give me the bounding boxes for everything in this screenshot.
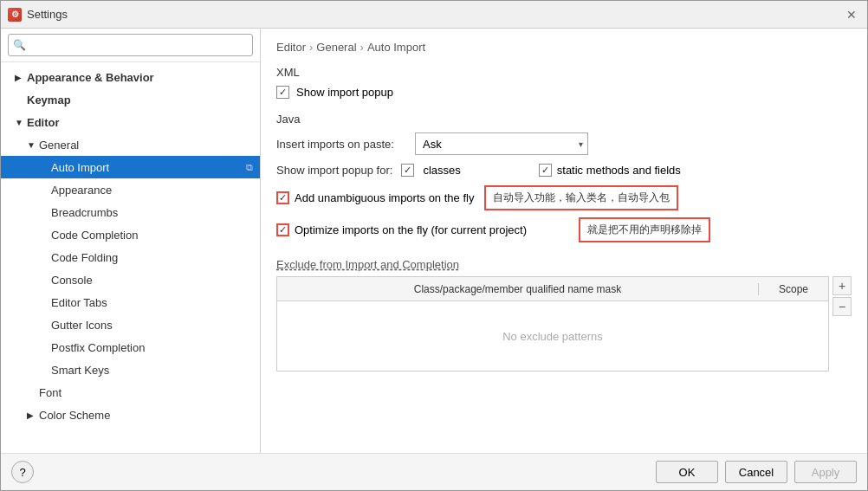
settings-window: ⚙ Settings ✕ 🔍 ▶ Appearance & Behavior [0,0,868,491]
annotation-box-2: 就是把不用的声明移除掉 [579,217,710,242]
sidebar-item-label: Smart Keys [51,364,253,377]
sidebar-item-label: Postfix Completion [51,341,253,354]
sidebar-item-font[interactable]: Font [1,381,260,404]
exclude-table: Class/package/member qualified name mask… [276,276,829,371]
sidebar-item-label: Color Scheme [39,409,253,422]
sidebar-item-code-folding[interactable]: Code Folding [1,246,260,268]
expand-arrow: ▼ [27,140,39,150]
sidebar-item-breadcrumbs[interactable]: Breadcrumbs [1,201,260,223]
insert-imports-wrapper: Ask Always Never ▾ [415,132,588,155]
xml-show-import-checkbox[interactable] [276,86,289,99]
sidebar-item-label: Keymap [27,94,253,107]
optimize-imports-label: Optimize imports on the fly (for current… [295,223,527,236]
exclude-section-label[interactable]: Exclude from Import and Completion [276,258,852,271]
sidebar-item-label: Appearance [51,184,253,197]
remove-pattern-button[interactable]: − [832,297,852,316]
sidebar-item-label: Console [51,274,253,287]
expand-arrow: ▶ [15,73,27,82]
xml-show-import-label: Show import popup [296,86,393,99]
sidebar-item-postfix-completion[interactable]: Postfix Completion [1,336,260,359]
static-methods-checkbox[interactable] [539,164,552,177]
sidebar-item-appearance-behavior[interactable]: ▶ Appearance & Behavior [1,66,260,88]
optimize-imports-row: Optimize imports on the fly (for current… [276,217,852,242]
sidebar-item-label: Gutter Icons [51,319,253,332]
breadcrumb-general: General [316,41,356,54]
sidebar-item-auto-import[interactable]: Auto Import ⧉ [1,156,260,178]
expand-arrow: ▶ [27,410,39,420]
static-methods-label: static methods and fields [557,164,681,177]
exclude-section: Exclude from Import and Completion Class… [276,258,852,371]
content-area: 🔍 ▶ Appearance & Behavior Keymap ▼ [1,29,867,453]
apply-button[interactable]: Apply [794,461,857,483]
sidebar-item-general[interactable]: ▼ General [1,133,260,156]
insert-imports-row: Insert imports on paste: Ask Always Neve… [276,132,852,155]
add-unambiguous-checkbox[interactable] [276,191,289,204]
sidebar-item-console[interactable]: Console [1,268,260,291]
add-unambiguous-label: Add unambiguous imports on the fly [295,191,474,204]
help-button[interactable]: ? [11,461,34,483]
table-col2-header: Scope [759,283,828,295]
xml-section-label: XML [276,66,852,79]
window-title: Settings [27,8,843,21]
sidebar-item-keymap[interactable]: Keymap [1,88,260,111]
main-panel: Editor › General › Auto Import XML Show … [261,29,867,453]
sidebar-item-label: General [39,139,253,152]
sidebar-item-label: Font [39,386,253,399]
breadcrumb: Editor › General › Auto Import [276,41,852,54]
sidebar-item-color-scheme[interactable]: ▶ Color Scheme [1,404,260,426]
table-body: No exclude patterns [277,301,828,371]
sidebar-item-label: Code Completion [51,229,253,242]
sidebar-tree: ▶ Appearance & Behavior Keymap ▼ Editor … [1,62,260,453]
breadcrumb-auto-import: Auto Import [367,41,425,54]
sidebar: 🔍 ▶ Appearance & Behavior Keymap ▼ [1,29,261,453]
optimize-imports-checkbox[interactable] [276,223,289,236]
ok-button[interactable]: OK [656,461,718,483]
title-bar: ⚙ Settings ✕ [1,1,867,29]
insert-imports-label: Insert imports on paste: [276,138,406,151]
table-col1-header: Class/package/member qualified name mask [277,283,759,295]
show-import-popup-row: Show import popup for: classes static me… [276,164,852,177]
sidebar-item-gutter-icons[interactable]: Gutter Icons [1,313,260,336]
sidebar-item-smart-keys[interactable]: Smart Keys [1,359,260,381]
search-icon: 🔍 [13,39,26,51]
close-button[interactable]: ✕ [843,6,860,23]
cancel-button[interactable]: Cancel [725,461,787,483]
table-action-buttons: + − [832,276,852,371]
sidebar-item-editor[interactable]: ▼ Editor [1,111,260,133]
java-section-label: Java [276,113,852,126]
add-pattern-button[interactable]: + [832,276,852,295]
insert-imports-select[interactable]: Ask Always Never [415,132,588,155]
expand-arrow: ▼ [15,118,27,127]
bottom-left: ? [11,461,34,483]
show-import-label: Show import popup for: [276,164,392,177]
breadcrumb-editor: Editor [276,41,306,54]
sidebar-item-label: Breadcrumbs [51,206,253,219]
annotation-box-1: 自动导入功能，输入类名，自动导入包 [484,185,678,210]
classes-label: classes [423,164,460,177]
bottom-bar: ? OK Cancel Apply [1,453,867,490]
table-header: Class/package/member qualified name mask… [277,277,828,301]
no-patterns-label: No exclude patterns [502,330,603,343]
app-icon: ⚙ [8,8,22,22]
sidebar-item-label: Editor Tabs [51,296,253,309]
exclude-table-container: Class/package/member qualified name mask… [276,276,852,371]
copy-icon: ⧉ [246,162,253,173]
search-container: 🔍 [1,29,260,62]
search-input[interactable] [8,34,253,56]
classes-checkbox[interactable] [401,164,414,177]
sidebar-item-appearance[interactable]: Appearance [1,178,260,201]
sidebar-item-label: Code Folding [51,251,253,264]
sidebar-item-label: Appearance & Behavior [27,71,253,84]
sidebar-item-label: Auto Import [51,161,243,174]
sidebar-item-label: Editor [27,116,253,129]
sidebar-item-editor-tabs[interactable]: Editor Tabs [1,291,260,313]
xml-show-import-row: Show import popup [276,86,852,99]
add-unambiguous-row: Add unambiguous imports on the fly 自动导入功… [276,185,852,210]
sidebar-item-code-completion[interactable]: Code Completion [1,223,260,246]
